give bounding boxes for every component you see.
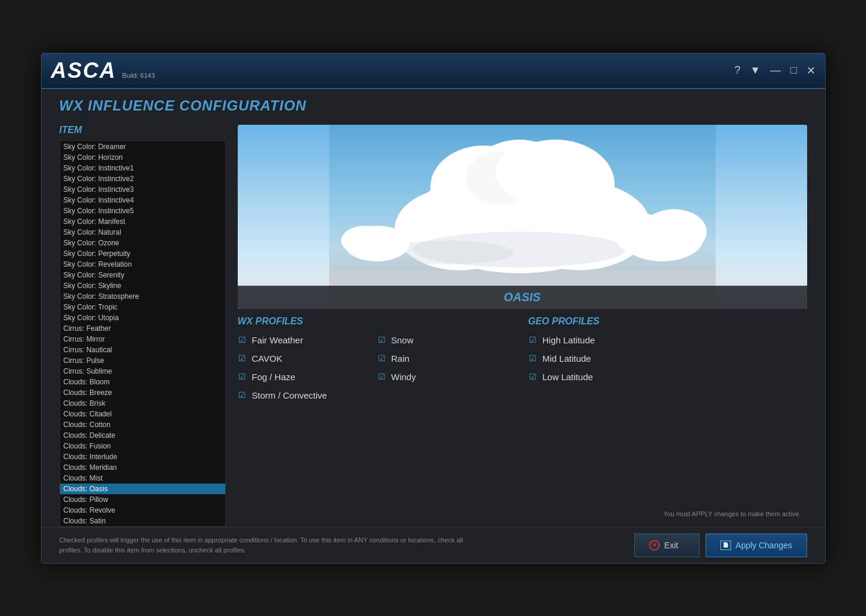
list-item[interactable]: Sky Color: Instinctive1 bbox=[60, 163, 225, 173]
profile-item[interactable]: ☑Storm / Convective bbox=[238, 390, 377, 400]
profile-label: Fair Weather bbox=[252, 335, 303, 345]
list-item[interactable]: Clouds: Revolve bbox=[60, 505, 225, 516]
profiles-area: WX PROFILES ☑Fair Weather☑CAVOK☑Fog / Ha… bbox=[238, 316, 807, 510]
list-item[interactable]: Cirrus: Feather bbox=[60, 323, 225, 334]
main-window: ASCA Build: 6143 ? ▼ — □ ✕ WX INFLUENCE … bbox=[41, 53, 826, 564]
geo-profiles-section: GEO PROFILES ☑High Latitude☑Mid Latitude… bbox=[528, 316, 807, 510]
notice-buttons: ✕ Exit 📄 Apply Changes bbox=[634, 533, 807, 557]
profile-item[interactable]: ☑Snow bbox=[377, 335, 517, 345]
svg-point-10 bbox=[496, 143, 579, 202]
apply-icon: 📄 bbox=[720, 541, 731, 550]
build-text: Build: 6143 bbox=[122, 72, 155, 79]
logo-text: ASCA bbox=[51, 58, 116, 83]
item-list[interactable]: Sky Color: AmplitudeSky Color: AzureSky … bbox=[60, 141, 225, 526]
checkbox-icon: ☑ bbox=[238, 335, 247, 345]
checkbox-icon: ☑ bbox=[238, 390, 247, 400]
wx-profiles-title: WX PROFILES bbox=[238, 316, 517, 327]
profile-item[interactable]: ☑High Latitude bbox=[528, 335, 807, 345]
exit-icon: ✕ bbox=[649, 540, 660, 551]
list-item[interactable]: Clouds: Bloom bbox=[60, 377, 225, 387]
checkbox-icon: ☑ bbox=[528, 335, 538, 345]
list-item[interactable]: Clouds: Breeze bbox=[60, 387, 225, 398]
exit-label: Exit bbox=[665, 541, 678, 550]
checkbox-icon: ☑ bbox=[377, 335, 386, 345]
profile-item[interactable]: ☑Fog / Haze bbox=[238, 372, 377, 382]
list-item[interactable]: Clouds: Cotton bbox=[60, 419, 225, 430]
profile-item[interactable]: ☑CAVOK bbox=[238, 353, 377, 364]
profile-label: High Latitude bbox=[543, 335, 595, 345]
dropdown-button[interactable]: ▼ bbox=[750, 64, 761, 77]
list-item[interactable]: Cirrus: Sublime bbox=[60, 366, 225, 377]
exit-button[interactable]: ✕ Exit bbox=[634, 533, 700, 557]
page-title-area: WX INFLUENCE CONFIGURATION bbox=[42, 89, 825, 120]
minimize-button[interactable]: — bbox=[770, 64, 781, 77]
list-item[interactable]: Sky Color: Skyline bbox=[60, 280, 225, 291]
list-item[interactable]: Clouds: Fusion bbox=[60, 441, 225, 451]
wx-profiles-section: WX PROFILES ☑Fair Weather☑CAVOK☑Fog / Ha… bbox=[238, 316, 517, 510]
list-item[interactable]: Sky Color: Revelation bbox=[60, 259, 225, 270]
page-title: WX INFLUENCE CONFIGURATION bbox=[59, 97, 807, 114]
checkbox-icon: ☑ bbox=[377, 372, 386, 381]
checkbox-icon: ☑ bbox=[528, 353, 538, 363]
profile-label: Low Latitude bbox=[543, 372, 593, 382]
window-controls: ? ▼ — □ ✕ bbox=[735, 64, 815, 77]
list-item[interactable]: Cirrus: Mirror bbox=[60, 334, 225, 345]
checkbox-icon: ☑ bbox=[238, 372, 247, 381]
wx-col1: ☑Fair Weather☑CAVOK☑Fog / Haze☑Storm / C… bbox=[238, 335, 377, 409]
maximize-button[interactable]: □ bbox=[791, 64, 797, 77]
list-item[interactable]: Sky Color: Ozone bbox=[60, 238, 225, 248]
list-item[interactable]: Clouds: Interlude bbox=[60, 451, 225, 462]
profile-label: CAVOK bbox=[252, 353, 282, 364]
profile-label: Fog / Haze bbox=[252, 372, 295, 382]
logo-area: ASCA Build: 6143 bbox=[51, 58, 155, 83]
svg-point-15 bbox=[641, 209, 707, 254]
right-panel: OASIS WX PROFILES ☑Fair Weather☑CAVOK☑Fo… bbox=[238, 120, 807, 527]
list-item[interactable]: Sky Color: Utopia bbox=[60, 312, 225, 323]
list-item[interactable]: Sky Color: Dreamer bbox=[60, 141, 225, 152]
geo-col: ☑High Latitude☑Mid Latitude☑Low Latitude bbox=[528, 335, 807, 382]
bottom-bar: Checked profiles will trigger the use of… bbox=[42, 527, 825, 563]
apply-notice: You must APPLY changes to make them acti… bbox=[238, 510, 807, 517]
cloud-svg bbox=[238, 125, 807, 309]
profile-label: Rain bbox=[391, 353, 410, 364]
apply-button[interactable]: 📄 Apply Changes bbox=[706, 533, 807, 557]
list-item[interactable]: Clouds: Oasis bbox=[60, 484, 225, 494]
profile-item[interactable]: ☑Windy bbox=[377, 372, 517, 382]
profile-label: Snow bbox=[391, 335, 414, 345]
profile-label: Windy bbox=[391, 372, 416, 382]
left-panel: ITEM Sky Color: AmplitudeSky Color: Azur… bbox=[59, 120, 226, 527]
preview-image: OASIS bbox=[238, 125, 807, 309]
list-item[interactable]: Sky Color: Serenity bbox=[60, 270, 225, 280]
list-item[interactable]: Sky Color: Horizon bbox=[60, 152, 225, 163]
list-item[interactable]: Sky Color: Tropic bbox=[60, 302, 225, 312]
profile-label: Storm / Convective bbox=[252, 390, 327, 400]
list-item[interactable]: Cirrus: Nautical bbox=[60, 345, 225, 355]
title-bar: ASCA Build: 6143 ? ▼ — □ ✕ bbox=[42, 53, 825, 89]
list-item[interactable]: Sky Color: Instinctive3 bbox=[60, 184, 225, 195]
profile-item[interactable]: ☑Rain bbox=[377, 353, 517, 364]
help-button[interactable]: ? bbox=[735, 64, 741, 77]
close-button[interactable]: ✕ bbox=[807, 64, 815, 77]
profile-item[interactable]: ☑Mid Latitude bbox=[528, 353, 807, 364]
info-text: Checked profiles will trigger the use of… bbox=[59, 535, 464, 555]
list-item[interactable]: Sky Color: Instinctive2 bbox=[60, 173, 225, 184]
bottom-row: Checked profiles will trigger the use of… bbox=[59, 533, 807, 557]
list-item[interactable]: Clouds: Pillow bbox=[60, 494, 225, 505]
svg-point-17 bbox=[341, 226, 389, 255]
list-item[interactable]: Clouds: Satin bbox=[60, 516, 225, 526]
list-item[interactable]: Sky Color: Instinctive5 bbox=[60, 206, 225, 216]
list-item[interactable]: Sky Color: Stratosphere bbox=[60, 291, 225, 302]
list-item[interactable]: Sky Color: Perpetuity bbox=[60, 248, 225, 259]
list-item[interactable]: Sky Color: Natural bbox=[60, 227, 225, 238]
apply-label: Apply Changes bbox=[736, 541, 792, 550]
list-item[interactable]: Clouds: Mist bbox=[60, 473, 225, 484]
list-item[interactable]: Sky Color: Manifest bbox=[60, 216, 225, 227]
profile-item[interactable]: ☑Fair Weather bbox=[238, 335, 377, 345]
list-item[interactable]: Clouds: Citadel bbox=[60, 409, 225, 419]
list-item[interactable]: Clouds: Brisk bbox=[60, 398, 225, 409]
list-item[interactable]: Clouds: Delicate bbox=[60, 430, 225, 441]
list-item[interactable]: Sky Color: Instinctive4 bbox=[60, 195, 225, 206]
list-item[interactable]: Cirrus: Pulse bbox=[60, 355, 225, 366]
profile-item[interactable]: ☑Low Latitude bbox=[528, 372, 807, 382]
list-item[interactable]: Clouds: Meridian bbox=[60, 462, 225, 473]
